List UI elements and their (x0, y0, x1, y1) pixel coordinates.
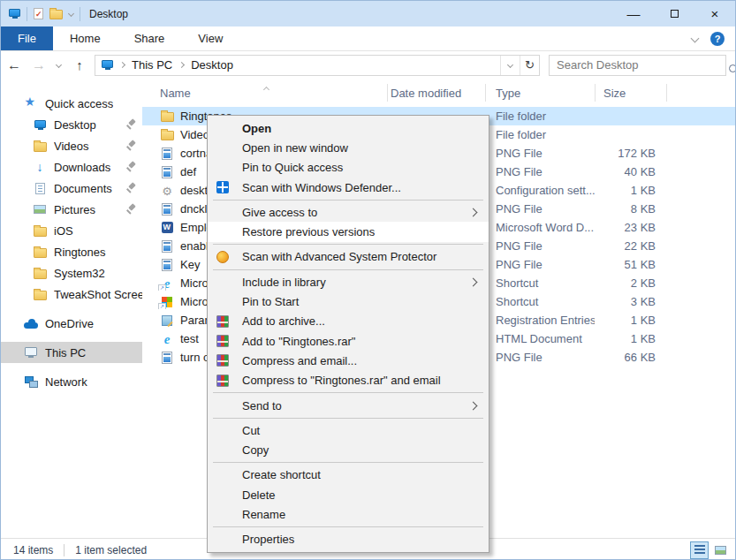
winrar-icon (216, 375, 229, 387)
folder-icon (34, 248, 47, 258)
recent-locations-chevron-icon[interactable] (50, 63, 66, 67)
breadcrumb-desktop[interactable]: Desktop (191, 58, 233, 72)
refresh-icon[interactable]: ↻ (520, 56, 539, 75)
maximize-icon (671, 10, 679, 18)
sidebar-item-desktop[interactable]: Desktop (1, 114, 142, 135)
menu-item-open-in-new-window[interactable]: Open in new window (208, 138, 489, 157)
menu-item-delete[interactable]: Delete (208, 485, 489, 504)
menu-item-scan-with-advanced-system-protector[interactable]: Scan with Advanced System Protector (208, 247, 489, 267)
png-file-icon (162, 166, 172, 178)
sidebar-item-network[interactable]: Network (1, 371, 142, 392)
breadcrumb-chevron-icon[interactable] (178, 62, 185, 68)
tab-file[interactable]: File (1, 26, 53, 50)
address-dropdown-chevron-icon[interactable] (500, 56, 520, 75)
menu-separator (213, 244, 483, 245)
quick-access-toolbar (9, 7, 80, 21)
sidebar-item-quick-access[interactable]: Quick access (1, 93, 142, 114)
separator (80, 7, 80, 21)
location-icon (102, 60, 113, 68)
breadcrumb-chevron-icon[interactable] (119, 62, 125, 68)
menu-item-copy[interactable]: Copy (208, 440, 489, 459)
expand-ribbon-chevron-icon[interactable] (691, 34, 700, 43)
new-folder-icon[interactable] (49, 10, 63, 19)
column-header-date-modified[interactable]: Date modified (387, 79, 485, 107)
menu-item-give-access-to[interactable]: Give access to (208, 202, 489, 222)
pin-icon (125, 162, 136, 172)
tab-share[interactable]: Share (118, 26, 182, 50)
sidebar-item-ringtones[interactable]: Ringtones (1, 241, 142, 262)
winrar-icon (216, 354, 229, 367)
sidebar-item-pictures[interactable]: Pictures (1, 199, 142, 220)
sidebar-item-onedrive[interactable]: OneDrive (1, 313, 142, 334)
sidebar-item-ios[interactable]: iOS (1, 220, 142, 241)
download-icon (34, 161, 46, 173)
sort-ascending-icon (264, 81, 269, 95)
tab-view[interactable]: View (181, 26, 239, 50)
search-box (549, 55, 726, 76)
sidebar-item-this-pc[interactable]: This PC (1, 342, 142, 363)
details-view-icon (694, 545, 705, 555)
pin-icon (125, 183, 136, 193)
submenu-arrow-icon (469, 401, 478, 410)
menu-separator (213, 269, 483, 270)
network-icon (25, 376, 38, 388)
menu-item-add-to-ringtones-rar[interactable]: Add to "Ringtones.rar" (208, 331, 489, 351)
winrar-icon (216, 315, 229, 328)
menu-item-add-to-archive[interactable]: Add to archive... (208, 312, 489, 331)
customize-toolbar-chevron-icon[interactable] (68, 11, 74, 17)
selected-count: 1 item selected (75, 544, 147, 556)
column-header-size[interactable]: Size (595, 79, 666, 107)
large-icons-view-button[interactable] (711, 541, 730, 559)
ribbon-tabs: File Home Share View ? (1, 26, 735, 51)
this-pc-icon (9, 9, 20, 17)
up-button[interactable]: ↑ (66, 57, 93, 72)
sidebar-item-system32[interactable]: System32 (1, 262, 142, 284)
help-icon[interactable]: ? (710, 32, 725, 46)
folder-icon (161, 112, 174, 122)
maximize-button[interactable] (654, 1, 694, 26)
context-menu: Open Open in new window Pin to Quick acc… (207, 115, 489, 553)
pin-icon (125, 119, 136, 130)
onedrive-cloud-icon (24, 322, 38, 329)
menu-separator (213, 392, 483, 393)
pictures-icon (34, 205, 46, 214)
menu-separator (213, 200, 483, 201)
submenu-arrow-icon (469, 278, 478, 287)
column-headers: Name Date modified Type Size (142, 79, 735, 107)
sidebar-item-downloads[interactable]: Downloads (1, 156, 142, 178)
menu-item-pin-to-quick-access[interactable]: Pin to Quick access (208, 158, 489, 178)
close-button[interactable]: × (694, 1, 735, 26)
sidebar-item-documents[interactable]: Documents (1, 178, 142, 199)
search-input[interactable] (550, 56, 735, 75)
menu-item-create-shortcut[interactable]: Create shortcut (208, 465, 489, 485)
menu-item-pin-to-start[interactable]: Pin to Start (208, 291, 489, 311)
column-header-type[interactable]: Type (485, 79, 595, 107)
tab-home[interactable]: Home (53, 26, 118, 50)
menu-item-open[interactable]: Open (208, 118, 489, 138)
sidebar-item-tweakshot[interactable]: TweakShot Screen C (1, 284, 142, 305)
menu-item-include-in-library[interactable]: Include in library (208, 272, 489, 291)
windows-defender-icon (216, 181, 229, 193)
properties-check-icon[interactable] (34, 8, 43, 19)
submenu-arrow-icon (469, 208, 478, 217)
back-button[interactable]: ← (1, 57, 27, 73)
menu-item-scan-with-windows-defender[interactable]: Scan with Windows Defender... (208, 178, 489, 197)
sidebar-item-videos[interactable]: Videos (1, 135, 142, 156)
search-icon[interactable] (728, 64, 736, 75)
details-view-button[interactable] (690, 541, 709, 559)
menu-item-cut[interactable]: Cut (208, 420, 489, 440)
browser-shortcut-icon (161, 277, 173, 290)
menu-item-compress-to-ringtones-rar-and-email[interactable]: Compress to "Ringtones.rar" and email (208, 371, 489, 390)
menu-item-compress-and-email[interactable]: Compress and email... (208, 351, 489, 370)
menu-item-send-to[interactable]: Send to (208, 396, 489, 415)
winrar-icon (216, 335, 229, 347)
breadcrumb-this-pc[interactable]: This PC (132, 58, 172, 72)
menu-item-rename[interactable]: Rename (208, 504, 489, 524)
breadcrumb[interactable]: This PC Desktop ↻ (95, 55, 540, 76)
png-file-icon (162, 352, 172, 364)
forward-button[interactable]: → (27, 57, 50, 73)
minimize-button[interactable]: — (613, 1, 654, 26)
menu-item-restore-previous-versions[interactable]: Restore previous versions (208, 222, 489, 241)
window-controls: — × (613, 1, 735, 26)
menu-item-properties[interactable]: Properties (208, 530, 489, 549)
